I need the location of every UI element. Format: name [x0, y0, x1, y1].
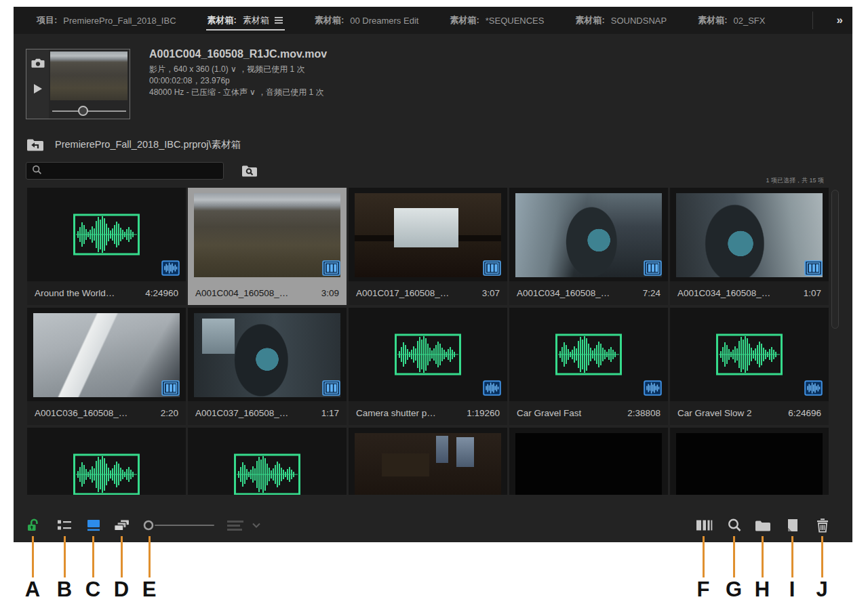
- clip-label: A001C017_160508_…3:07: [349, 281, 507, 305]
- clip-cell-12[interactable]: [349, 428, 507, 495]
- clip-duration: 1:07: [804, 288, 821, 298]
- clip-thumbnail[interactable]: [670, 428, 829, 495]
- tab-2[interactable]: 素材箱:00 Dreamers Edit: [315, 7, 419, 34]
- tab-prefix: 项目:: [37, 14, 57, 26]
- clip-cell-1[interactable]: A001C004_160508_…3:09: [188, 188, 347, 305]
- sort-chevron-down-icon[interactable]: [251, 516, 262, 535]
- tab-3[interactable]: 素材箱:*SEQUENCES: [450, 7, 544, 34]
- automate-to-sequence-icon[interactable]: [694, 516, 713, 535]
- tab-1[interactable]: 素材箱:素材箱: [208, 7, 283, 34]
- clip-thumbnail[interactable]: [670, 308, 829, 401]
- clip-thumbnail[interactable]: [27, 428, 186, 495]
- annotation-letter-A: A: [18, 577, 47, 602]
- video-badge-icon: [483, 260, 501, 276]
- video-thumbnail-image: [33, 313, 180, 397]
- clip-name[interactable]: Camera shutter p…: [356, 408, 436, 418]
- clip-thumbnail[interactable]: [188, 188, 347, 281]
- clip-title: A001C004_160508_R1JC.mov.mov: [149, 48, 327, 60]
- video-thumbnail-image: [194, 313, 340, 397]
- clip-thumbnail[interactable]: [27, 308, 186, 401]
- clip-thumbnail[interactable]: [349, 188, 507, 281]
- clip-duration: 2:38808: [627, 408, 660, 418]
- project-writable-lock-icon[interactable]: [24, 516, 43, 535]
- search-box[interactable]: [26, 162, 224, 180]
- clip-cell-2[interactable]: A001C017_160508_…3:07: [349, 188, 507, 305]
- preview-scrubber-track[interactable]: [52, 110, 126, 112]
- annotation-letter-B: B: [50, 577, 79, 602]
- annotation-line-G: [733, 536, 735, 577]
- clip-cell-5[interactable]: A001C036_160508_…2:20: [27, 308, 186, 425]
- preview-thumbnail[interactable]: [50, 52, 127, 100]
- breadcrumb-path[interactable]: PremierePro_Fall_2018_IBC.prproj\素材箱: [55, 138, 241, 151]
- clip-thumbnail[interactable]: [188, 428, 347, 495]
- panel-menu-icon[interactable]: [274, 16, 283, 24]
- search-bin-button[interactable]: [240, 163, 258, 179]
- clip-thumbnail[interactable]: [349, 428, 507, 495]
- zoom-slider[interactable]: [141, 516, 219, 535]
- clip-cell-14[interactable]: [670, 428, 829, 495]
- video-thumbnail-image: [676, 193, 823, 277]
- tab-5[interactable]: 素材箱:02_SFX: [698, 7, 765, 34]
- clip-duration: 3:07: [482, 288, 500, 298]
- clip-thumbnail[interactable]: [27, 188, 186, 281]
- clip-name[interactable]: A001C034_160508_…: [677, 288, 770, 298]
- clip-cell-6[interactable]: A001C037_160508_…1:17: [188, 308, 347, 425]
- panel-tab-bar: 项目:PremierePro_Fall_2018_IBC素材箱:素材箱素材箱:0…: [14, 7, 852, 34]
- tab-0[interactable]: 项目:PremierePro_Fall_2018_IBC: [37, 7, 176, 34]
- new-item-icon[interactable]: [783, 516, 802, 535]
- tab-label: SOUNDSNAP: [611, 16, 667, 26]
- breadcrumb: PremierePro_Fall_2018_IBC.prproj\素材箱: [26, 137, 241, 152]
- clip-cell-10[interactable]: [27, 428, 186, 495]
- tab-prefix: 素材箱:: [315, 14, 344, 26]
- poster-frame-camera-icon[interactable]: [31, 58, 45, 71]
- preview-frame[interactable]: [49, 49, 130, 119]
- clip-label: Around the World…4:24960: [27, 281, 186, 305]
- freeform-view-icon[interactable]: [113, 516, 132, 535]
- scrollbar-thumb[interactable]: [831, 190, 839, 329]
- search-icon: [32, 165, 42, 178]
- annotation-line-E: [149, 536, 151, 577]
- clip-cell-11[interactable]: [188, 428, 347, 495]
- video-badge-icon: [322, 380, 340, 396]
- clip-name[interactable]: Around the World…: [35, 288, 115, 298]
- annotation-letter-J: J: [807, 577, 837, 602]
- clip-cell-7[interactable]: Camera shutter p…1:19260: [349, 308, 507, 425]
- clip-cell-8[interactable]: Car Gravel Fast2:38808: [509, 308, 668, 425]
- preview-scrubber-knob[interactable]: [78, 106, 88, 116]
- clip-name[interactable]: A001C034_160508_…: [517, 288, 610, 298]
- clip-cell-0[interactable]: Around the World…4:24960: [27, 188, 186, 305]
- clip-thumbnail[interactable]: [509, 428, 668, 495]
- sort-options-icon[interactable]: [225, 516, 247, 535]
- play-icon[interactable]: [33, 83, 43, 97]
- tab-4[interactable]: 素材箱:SOUNDSNAP: [575, 7, 667, 34]
- clip-thumbnail[interactable]: [509, 308, 668, 401]
- delete-trash-icon[interactable]: [813, 516, 832, 535]
- clip-name[interactable]: Car Gravel Slow 2: [677, 408, 752, 418]
- clip-name[interactable]: A001C036_160508_…: [35, 408, 127, 418]
- clip-name[interactable]: Car Gravel Fast: [517, 408, 581, 418]
- clip-cell-4[interactable]: A001C034_160508_…1:07: [670, 188, 829, 305]
- clip-cell-13[interactable]: [509, 428, 668, 495]
- clip-cell-3[interactable]: A001C034_160508_…7:24: [509, 188, 668, 305]
- clip-thumbnail[interactable]: [188, 308, 347, 401]
- new-bin-icon[interactable]: [753, 516, 772, 535]
- clip-thumbnail[interactable]: [509, 188, 668, 281]
- tab-overflow-chevron-icon[interactable]: »: [837, 14, 842, 27]
- list-view-icon[interactable]: [55, 516, 74, 535]
- clip-name[interactable]: A001C037_160508_…: [195, 408, 288, 418]
- clip-thumbnail[interactable]: [349, 308, 507, 401]
- clip-name[interactable]: A001C004_160508_…: [195, 288, 288, 298]
- clip-label: A001C037_160508_…1:17: [188, 401, 347, 425]
- video-thumbnail-image: [676, 433, 823, 495]
- clip-name[interactable]: A001C017_160508_…: [356, 288, 449, 298]
- clip-thumbnail[interactable]: [670, 188, 829, 281]
- find-icon[interactable]: [725, 516, 744, 535]
- annotation-letter-F: F: [688, 577, 718, 602]
- search-input[interactable]: [46, 165, 223, 177]
- vertical-scrollbar[interactable]: [831, 190, 839, 493]
- navigate-up-icon[interactable]: [26, 137, 45, 152]
- clip-cell-9[interactable]: Car Gravel Slow 26:24696: [670, 308, 829, 425]
- clip-duration: 2:20: [161, 408, 178, 418]
- tab-label: PremierePro_Fall_2018_IBC: [63, 16, 176, 26]
- icon-view-icon[interactable]: [84, 516, 103, 535]
